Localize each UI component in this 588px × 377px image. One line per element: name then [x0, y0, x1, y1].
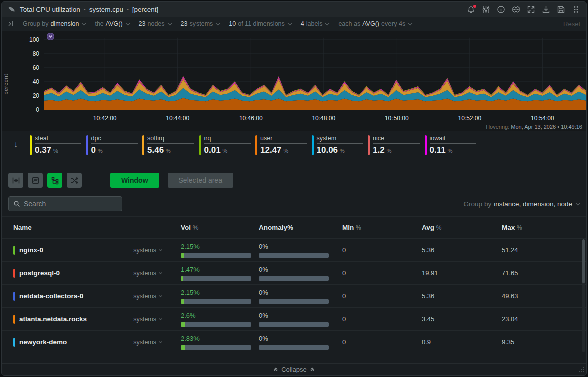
col-header-avg[interactable]: Avg % [410, 224, 490, 231]
fit-width-button[interactable] [8, 173, 23, 188]
filter-chip[interactable]: 10 of 11 dimensions [229, 20, 291, 27]
chart-type-icon[interactable] [512, 5, 520, 14]
legend-dimension-name: nice [373, 135, 420, 144]
row-scope-dropdown[interactable]: systems [133, 316, 162, 323]
row-scope-dropdown[interactable]: systems [133, 247, 162, 254]
row-avg-value: 5.36 [410, 292, 490, 300]
drag-handle-icon[interactable] [572, 5, 580, 14]
legend-color-bar [368, 135, 370, 155]
hover-label: Hovering: [486, 124, 509, 130]
legend-item[interactable]: user 12.47 % [255, 135, 312, 155]
filter-chip-suffix: of 11 dimensions [238, 20, 285, 27]
filter-chip[interactable]: Group by dimension [23, 20, 86, 27]
reset-button[interactable]: Reset [563, 20, 580, 28]
fullscreen-icon[interactable] [527, 5, 535, 14]
scrollbar-thumb[interactable] [582, 239, 585, 283]
table-scrollbar[interactable] [582, 239, 585, 352]
filter-chip-value: AVG() [106, 20, 123, 27]
x-axis-tick: 10:44:00 [166, 115, 189, 122]
table-groupby-dropdown[interactable]: Group by instance, dimension, node [464, 200, 580, 208]
col-header-max[interactable]: Max % [490, 224, 586, 231]
col-header-min[interactable]: Min % [331, 224, 410, 231]
filter-chip[interactable]: 23 systems [181, 20, 220, 27]
row-anomaly-value: 0% [259, 289, 331, 296]
x-axis-tick: 10:52:00 [458, 115, 481, 122]
legend-unit: % [387, 148, 392, 154]
alert-indicator-dot [473, 5, 476, 8]
legend-item[interactable]: system 10.06 % [312, 135, 368, 155]
search-box[interactable] [8, 196, 122, 211]
legend-item[interactable]: softirq 5.46 % [142, 135, 199, 155]
chart-image-button[interactable] [28, 173, 43, 188]
shuffle-button[interactable] [67, 173, 82, 188]
row-vol-bar [181, 299, 251, 304]
legend-item[interactable]: iowait 0.11 % [425, 135, 481, 155]
legend-item[interactable]: irq 0.01 % [199, 135, 256, 155]
filter-sliders-icon[interactable] [482, 5, 490, 14]
search-input[interactable] [24, 200, 117, 208]
resize-grip-icon[interactable] [579, 367, 585, 374]
hierarchy-tree-button[interactable] [47, 173, 62, 188]
legend-item[interactable]: steal 0.37 % [30, 135, 86, 155]
chevron-down-icon [408, 21, 412, 25]
double-chevron-up-icon [310, 366, 315, 373]
window-button[interactable]: Window [110, 173, 159, 188]
col-header-name[interactable]: Name [2, 224, 169, 231]
legend-unit: % [166, 148, 171, 154]
netdata-logo-icon [8, 5, 16, 13]
legend-value: 0.37 [35, 145, 51, 155]
row-scope-dropdown[interactable]: systems [133, 339, 162, 346]
table-row[interactable]: postgresql-0 systems 1.47% 0% 0 19.91 71… [2, 261, 586, 284]
chevron-down-icon [167, 21, 171, 25]
row-scope-dropdown[interactable]: systems [133, 270, 162, 277]
hover-timestamp: Mon, Apr 13, 2026 • 10:49:16 [511, 124, 582, 130]
save-icon[interactable] [557, 5, 565, 14]
row-vol-bar [181, 253, 251, 258]
info-icon[interactable] [497, 5, 505, 14]
units-text: [percent] [132, 6, 159, 13]
y-axis-tick: 0 [19, 106, 39, 114]
selected-area-button[interactable]: Selected area [168, 173, 233, 188]
anomaly-badge-icon[interactable] [47, 33, 54, 40]
table-row[interactable]: nginx-0 systems 2.15% 0% 0 5.36 51.24 [2, 238, 586, 261]
x-axis-tick: 10:46:00 [239, 115, 263, 122]
filter-chip-value: 4 [301, 20, 304, 27]
row-scope-dropdown[interactable]: systems [133, 293, 162, 300]
chevron-down-icon [159, 294, 162, 297]
filter-chip[interactable]: 4 labels [301, 20, 330, 27]
hover-info: Hovering: Mon, Apr 13, 2026 • 10:49:16 [2, 124, 586, 131]
plot-area[interactable] [44, 31, 586, 114]
chevron-down-icon [159, 271, 162, 274]
row-name: atlanta.netdata.rocks [19, 315, 87, 323]
table-row[interactable]: atlanta.netdata.rocks systems 2.6% 0% 0 … [2, 307, 586, 330]
stacked-area-chart[interactable] [44, 31, 586, 114]
collapse-label: Collapse [281, 366, 307, 373]
filter-chip-prefix: the [95, 20, 103, 27]
row-avg-value: 0.9 [410, 338, 490, 346]
filter-chip[interactable]: the AVG() [95, 20, 129, 27]
table-row[interactable]: newyork-demo systems 2.83% 0% 0 0.9 9.35 [2, 330, 586, 353]
legend-item[interactable]: nice 1.2 % [368, 135, 425, 155]
row-scope-label: systems [133, 293, 156, 300]
table-row[interactable]: netdata-collectors-0 systems 2.15% 0% 0 … [2, 284, 586, 307]
filter-chip[interactable]: each as AVG() every 4s [338, 20, 412, 27]
legend-item[interactable]: dpc 0 % [86, 135, 143, 155]
y-axis: percent 100806040200 [2, 31, 44, 114]
legend-color-bar [142, 135, 144, 155]
col-header-vol[interactable]: Vol % [169, 224, 247, 231]
y-axis-tick: 20 [19, 92, 39, 100]
download-icon[interactable] [542, 5, 550, 14]
table-header: Name Vol % Anomaly% Min % Avg % Max % [2, 216, 586, 238]
legend-sort-arrow-icon[interactable]: ↓ [2, 140, 30, 150]
row-vol-value: 2.6% [181, 312, 247, 319]
collapse-bar[interactable]: Collapse [2, 363, 586, 375]
y-axis-label: percent [3, 74, 9, 95]
legend-color-bar [30, 135, 32, 155]
row-anomaly-bar [259, 345, 329, 350]
filter-chip[interactable]: 23 nodes [139, 20, 172, 27]
legend-unit: % [98, 148, 103, 154]
expand-filters-icon[interactable] [8, 21, 15, 27]
col-header-anomaly[interactable]: Anomaly% [247, 224, 331, 231]
legend-dimension-name: dpc [91, 135, 138, 144]
alerts-bell-icon[interactable] [467, 5, 475, 14]
